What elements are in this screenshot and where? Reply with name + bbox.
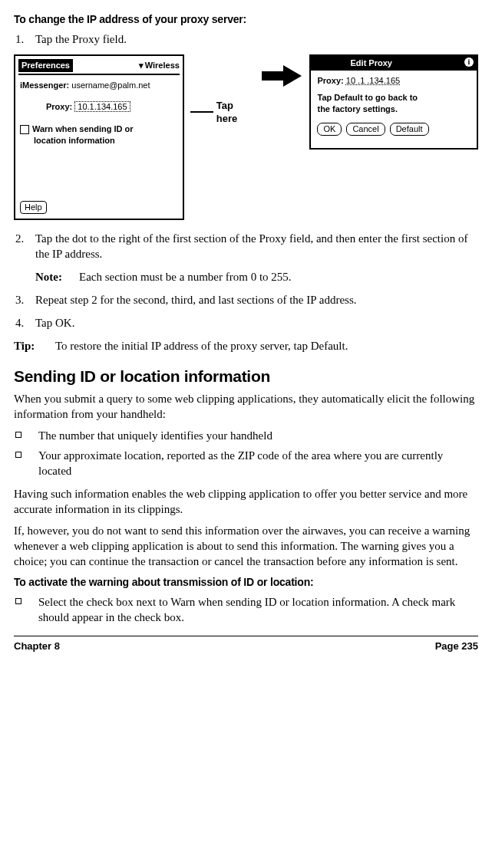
wireless-dropdown[interactable]: Wireless [139, 60, 180, 71]
prefs-title: Preferences [18, 59, 73, 72]
bullet-3: Select the check box next to Warn when s… [14, 594, 478, 625]
bullet-list-2: Select the check box next to Warn when s… [14, 594, 478, 625]
tip-block: Tip: To restore the initial IP address o… [14, 338, 478, 353]
tip-label: Tip: [14, 338, 38, 353]
callout-column: Tap here [190, 54, 255, 126]
page-footer: Chapter 8 Page 235 [14, 636, 478, 653]
bullet-list-1: The number that uniquely identifies your… [14, 428, 478, 478]
edit-proxy-field[interactable]: 10 .1 .134.165 [346, 76, 400, 85]
cancel-button[interactable]: Cancel [346, 123, 385, 136]
arrow-column [260, 54, 303, 90]
edit-proxy-row: Proxy: 10 .1 .134.165 [317, 75, 471, 87]
steps-list-1: Tap the Proxy field. [14, 31, 478, 47]
note-text: Each section must be a number from 0 to … [79, 269, 292, 284]
edit-proxy-label: Proxy: [317, 76, 343, 85]
proxy-label: Proxy: [46, 102, 72, 111]
proxy-field[interactable]: 10.1.134.165 [74, 101, 130, 112]
warn-row: Warn when sending ID or location informa… [20, 123, 178, 146]
arrow-icon [260, 62, 303, 90]
ok-button[interactable]: OK [317, 123, 342, 136]
warn-text-1: Warn when sending ID or [32, 124, 134, 133]
imessenger-value: username@palm.net [71, 81, 150, 90]
callout-line [190, 111, 213, 113]
screenshot-edit-proxy: Edit Proxy i Proxy: 10 .1 .134.165 Tap D… [309, 54, 478, 150]
bullet-2: Your approximate location, reported as t… [14, 448, 478, 478]
step-4: Tap OK. [14, 315, 478, 330]
procedure-heading-2: To activate the warning about transmissi… [14, 575, 478, 590]
paragraph-3: If, however, you do not want to send thi… [14, 523, 478, 569]
edit-title: Edit Proxy [351, 58, 392, 69]
imessenger-label: iMessenger: [20, 81, 69, 90]
note-block: Note: Each section must be a number from… [35, 269, 478, 284]
warn-checkbox[interactable] [20, 125, 29, 134]
bullet-1: The number that uniquely identifies your… [14, 428, 478, 443]
imessenger-row: iMessenger: username@palm.net [20, 80, 178, 91]
step-2: Tap the dot to the right of the first se… [14, 231, 478, 261]
tip-text: To restore the initial IP address of the… [55, 338, 348, 353]
figure-row: Preferences Wireless iMessenger: usernam… [14, 54, 478, 220]
step-1: Tap the Proxy field. [14, 31, 478, 47]
procedure-heading-1: To change the IP address of your proxy s… [14, 12, 478, 27]
step-3: Repeat step 2 for the second, third, and… [14, 292, 478, 307]
callout-text: Tap here [216, 99, 255, 126]
section-heading: Sending ID or location information [14, 366, 478, 387]
steps-list-2: Tap the dot to the right of the first se… [14, 231, 478, 261]
edit-msg-1: Tap Default to go back to [317, 92, 471, 104]
screenshot-preferences: Preferences Wireless iMessenger: usernam… [14, 54, 184, 220]
svg-marker-0 [262, 65, 302, 87]
footer-page: Page 235 [435, 639, 478, 653]
proxy-row: Proxy: 10.1.134.165 [20, 101, 178, 113]
steps-list-3: Repeat step 2 for the second, third, and… [14, 292, 478, 330]
help-button[interactable]: Help [20, 201, 47, 214]
info-icon[interactable]: i [464, 58, 474, 67]
footer-chapter: Chapter 8 [14, 639, 60, 653]
paragraph-1: When you submit a query to some web clip… [14, 391, 478, 422]
paragraph-2: Having such information enables the web … [14, 486, 478, 517]
default-button[interactable]: Default [390, 123, 429, 136]
note-label: Note: [35, 269, 62, 284]
edit-msg-2: the factory settings. [317, 104, 471, 115]
warn-text-2: location information [20, 135, 178, 146]
